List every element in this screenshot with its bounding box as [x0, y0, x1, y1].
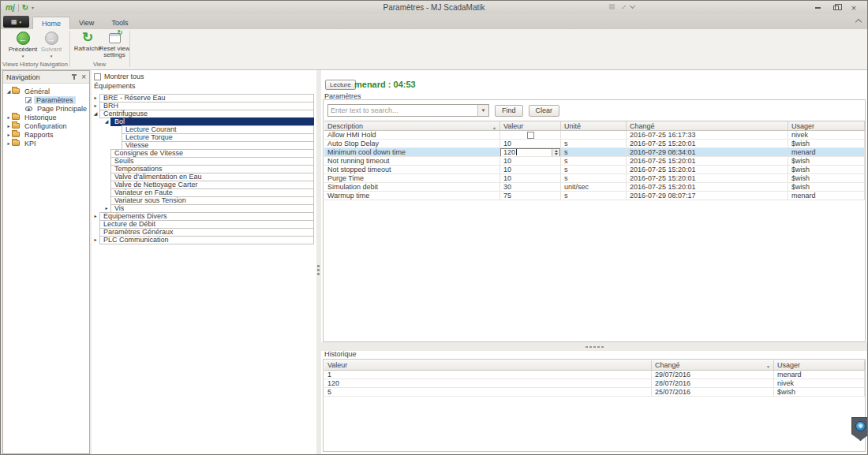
- refresh-icon: ↻: [82, 32, 93, 44]
- folder-icon: [12, 140, 20, 146]
- param-row[interactable]: Auto Stop Delay 10 s 2016-07-25 15:20:01…: [324, 140, 865, 148]
- app-menu-button[interactable]: ▦ ▾: [3, 16, 29, 28]
- column-header-description[interactable]: Description ▲: [324, 121, 500, 130]
- pin-icon[interactable]: [73, 74, 75, 80]
- nav-item[interactable]: ▸ Historique: [3, 113, 89, 121]
- param-row[interactable]: Warmup time 75 s 2016-07-29 08:07:17 men…: [324, 192, 865, 200]
- value-text: 10: [500, 158, 511, 165]
- search-input[interactable]: [328, 105, 477, 116]
- param-row[interactable]: Not stopped timeout 10 s 2016-07-25 15:2…: [324, 166, 865, 174]
- nav-item-label: Page Principale: [35, 105, 89, 113]
- next-button[interactable]: → Suivant ▾: [36, 32, 67, 58]
- show-all-checkbox[interactable]: [94, 73, 101, 80]
- show-all-row: Montrer tous: [92, 72, 316, 81]
- param-row[interactable]: Minimum cool down time 120 s 2016-07-29 …: [324, 148, 865, 157]
- column-header-change[interactable]: Changé ▼: [652, 360, 774, 370]
- lecture-mode-button[interactable]: Lecture: [325, 80, 356, 90]
- expand-icon[interactable]: ▸: [103, 205, 110, 211]
- equipment-tree: ▸ BRE - Réserve Eau ▸ BRH ◢ Centrifugeus…: [92, 94, 316, 244]
- column-header-usager[interactable]: Usager: [788, 121, 865, 130]
- param-row[interactable]: Not running timeout 10 s 2016-07-25 15:2…: [324, 157, 865, 166]
- expand-icon[interactable]: ▸: [6, 140, 12, 146]
- param-row[interactable]: Allow HMI Hold 2016-07-25 16:17:33 nivek: [324, 131, 865, 140]
- value-spin-editor[interactable]: 120: [500, 148, 560, 156]
- column-header-change[interactable]: Changé: [627, 121, 788, 130]
- value-text: 10: [500, 175, 511, 182]
- history-row[interactable]: 5 25/07/2016 $wish: [324, 388, 865, 397]
- eye-icon: [25, 106, 32, 111]
- ribbon-group-label: Views History Navigation: [1, 61, 69, 68]
- expand-icon[interactable]: ▸: [6, 132, 12, 137]
- nav-item[interactable]: ▸ Configuration: [3, 121, 89, 130]
- parameters-table-header: Description ▲ Valeur Unité Changé Usager: [324, 121, 865, 131]
- nav-item[interactable]: ▸ Rapports: [3, 130, 89, 139]
- expand-icon[interactable]: ▸: [92, 237, 99, 242]
- cell-valeur: 10: [500, 174, 561, 182]
- chevron-down-icon[interactable]: [629, 2, 634, 8]
- cell-change: 2016-07-25 15:20:01: [627, 174, 788, 182]
- nav-item-label: KPI: [22, 140, 39, 147]
- column-header-valeur[interactable]: Valeur: [500, 121, 561, 130]
- restore-button[interactable]: [830, 4, 841, 12]
- collapse-icon[interactable]: ◢: [6, 88, 12, 94]
- ribbon: ← Précédent ▾ → Suivant ▾ Views History …: [1, 29, 867, 70]
- history-row[interactable]: 120 28/07/2016 nivek: [324, 379, 865, 388]
- close-button[interactable]: ×: [848, 4, 859, 12]
- cell-usager: $wish: [788, 174, 865, 182]
- tab-tools[interactable]: Tools: [103, 17, 137, 29]
- layout-grid-icon[interactable]: ▦: [608, 2, 615, 10]
- navigation-tree: ◢ Général Paramètres Page Principale ▸ H…: [3, 84, 89, 147]
- folder-icon: [12, 123, 20, 129]
- equipment-node[interactable]: ▸ PLC Communication: [92, 236, 316, 244]
- previous-button[interactable]: ← Précédent ▾: [7, 32, 39, 58]
- expand-icon[interactable]: ▸: [92, 103, 99, 108]
- collapse-icon[interactable]: ◢: [103, 118, 110, 124]
- param-row[interactable]: Simulation debit 30 unit/sec 2016-07-25 …: [324, 183, 865, 192]
- history-row[interactable]: 1 29/07/2016 menard: [324, 371, 865, 379]
- history-table-header: Valeur Changé ▼ Usager: [324, 360, 865, 371]
- cell-valeur: 5: [324, 388, 652, 396]
- collapse-ribbon-icon[interactable]: [855, 19, 862, 25]
- find-button[interactable]: Find: [495, 105, 523, 117]
- minimize-button[interactable]: [812, 4, 823, 12]
- collapse-icon[interactable]: ◢: [92, 110, 99, 116]
- chevron-down-icon[interactable]: ▼: [477, 105, 488, 116]
- cell-change: 29/07/2016: [652, 371, 774, 379]
- history-rows: 1 29/07/2016 menard 120 28/07/2016 nivek…: [324, 371, 865, 397]
- column-header-usager[interactable]: Usager: [774, 360, 865, 370]
- clear-button[interactable]: Clear: [529, 105, 560, 117]
- title-bar-tools: ▦ ↔: [608, 2, 634, 10]
- expand-icon[interactable]: ▸: [92, 213, 99, 218]
- column-header-valeur[interactable]: Valeur: [324, 360, 652, 370]
- column-header-unite[interactable]: Unité: [561, 121, 627, 130]
- cell-unite: s: [561, 148, 627, 156]
- reset-view-settings-button[interactable]: Reset view settings: [99, 32, 130, 58]
- expand-icon[interactable]: ▸: [92, 95, 99, 100]
- horizontal-splitter[interactable]: [321, 342, 867, 351]
- folder-icon: [12, 132, 20, 137]
- nav-item[interactable]: Paramètres: [3, 95, 89, 104]
- param-row[interactable]: Purge Time 10 s 2016-07-25 15:20:01 $wis…: [324, 174, 865, 183]
- cell-valeur: 10: [500, 140, 561, 147]
- tab-home[interactable]: Home: [32, 17, 70, 29]
- nav-item[interactable]: Page Principale: [3, 104, 89, 113]
- fullscreen-icon[interactable]: ↔: [617, 1, 627, 11]
- value-checkbox[interactable]: [527, 132, 534, 139]
- value-text: 10: [500, 166, 511, 173]
- forward-arrow-icon: →: [45, 32, 58, 45]
- close-icon[interactable]: ×: [81, 74, 86, 80]
- expand-icon[interactable]: ▸: [6, 123, 12, 129]
- window-controls: ×: [812, 4, 859, 12]
- cell-unite: [561, 131, 627, 139]
- nav-item[interactable]: ◢ Général: [3, 87, 89, 95]
- back-arrow-icon: ←: [17, 32, 30, 45]
- cell-description: Purge Time: [324, 174, 500, 182]
- cell-change: 2016-07-25 15:20:01: [627, 183, 788, 191]
- folder-icon: [12, 114, 20, 120]
- expand-icon[interactable]: ▸: [6, 114, 12, 120]
- nav-item[interactable]: ▸ KPI: [3, 139, 89, 147]
- cell-description: Not stopped timeout: [324, 166, 500, 173]
- spinner-buttons[interactable]: [552, 149, 559, 156]
- tab-view[interactable]: View: [70, 17, 103, 29]
- navigation-panel-header: Navigation ×: [3, 71, 89, 84]
